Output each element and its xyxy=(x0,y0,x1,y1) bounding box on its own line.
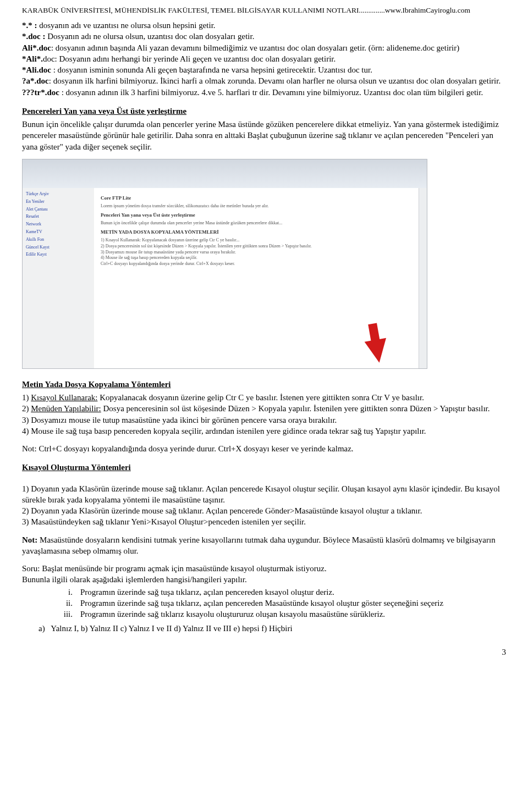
wildcard-block: *.* : dosyanın adı ve uzantısı ne olursa… xyxy=(22,20,506,98)
red-arrow-annotation xyxy=(365,338,391,364)
wc-3-pattern: Ali*.doc xyxy=(22,43,51,52)
question-roman-list: i.Programın üzerinde sağ tuşa tıklarız, … xyxy=(53,587,506,620)
heading-copy-methods: Metin Yada Dosya Kopyalama Yöntemleri xyxy=(22,379,506,390)
heading-windows-arrange: Pencereleri Yan yana veya Üst üste yerle… xyxy=(22,106,506,117)
wc-4-desc: doc: Dosyanın adını herhangi bir yerinde… xyxy=(43,54,336,63)
question-choices-text: Yalnız I, b) Yalnız II c) Yalnız I ve II… xyxy=(51,624,292,633)
shortcut-note-label: Not: xyxy=(22,535,37,544)
wc-7-desc: : dosyanın adının ilk 3 harfini bilmiyor… xyxy=(59,88,483,97)
shortcut-methods-list: 1) Doyanın yada Klasörün üzerinde mouse … xyxy=(22,483,506,528)
question-option-iii: Programın üzerinde sağ tıklarız kısayolu… xyxy=(80,609,385,620)
wc-5-pattern: *Ali.doc xyxy=(22,65,53,74)
shortcut-note: Not: Masaüstünde dosyaların kendisini tu… xyxy=(22,534,506,557)
shortcut-item-1: 1) Doyanın yada Klasörün üzerinde mouse … xyxy=(22,484,500,504)
question-choices: a) Yalnız I, b) Yalnız II c) Yalnız I ve… xyxy=(38,623,506,634)
wc-3-desc: : dosyanın adının başında Ali yazan deva… xyxy=(51,43,459,52)
copy-note: Not: Ctrl+C dosyayı kopyalandığında dosy… xyxy=(22,443,506,454)
question-line-1: Soru: Başlat menüsünde bir programı açma… xyxy=(22,564,327,573)
shortcut-note-body: Masaüstünde dosyaların kendisini tutmak … xyxy=(22,535,496,555)
copy-item-4: 4) Mouse ile sağ tuşa basıp pencereden k… xyxy=(22,427,426,435)
copy-item-2-label: Menüden Yapılabilir: xyxy=(31,404,101,413)
wc-6-desc: : dosyanın ilk harfini bilmiyoruz. İkinc… xyxy=(49,76,501,85)
question-option-i: Programın üzerinde sağ tuşa tıklarız, aç… xyxy=(80,587,334,598)
wc-7-pattern: ???tr*.doc xyxy=(22,88,59,97)
embedded-screenshot: Türkçe ArşivEn YenilerAlet ÇantasıResafe… xyxy=(22,159,427,369)
question-intro: Soru: Başlat menüsünde bir programı açma… xyxy=(22,563,506,585)
question-option-ii: Programın üzerinde sağ tuşa tıklarız, aç… xyxy=(80,598,443,609)
heading-shortcut-methods: Kısayol Oluşturma Yöntemleri xyxy=(22,462,506,473)
shortcut-item-2: 2) Doyanın yada Klasörün üzerinde mouse … xyxy=(22,506,422,515)
wc-6-pattern: ?a*.doc xyxy=(22,76,49,85)
page-number: 3 xyxy=(22,647,506,658)
question-line-2: Bununla ilgili olarak aşağıdaki işlemler… xyxy=(22,575,247,584)
page-header: KARABÜK ÜNİVERSİTESİ, MÜHENDİSLİK FAKÜLT… xyxy=(22,0,506,20)
wc-2-pattern: *.doc : xyxy=(22,32,46,41)
copy-methods-list: 1) Kısayol Kullanarak: Kopyalanacak dosy… xyxy=(22,392,506,437)
wc-1-pattern: *.* : xyxy=(22,21,37,30)
wc-4-pattern: *Ali*. xyxy=(22,54,43,63)
wc-5-desc: : dosyanın isminin sonunda Ali geçen baş… xyxy=(53,65,372,74)
copy-item-2-text: Dosya penceresinin sol üst köşesinde Düz… xyxy=(101,404,490,413)
windows-arrange-body: Bunun için öncelikle çalışır durumda ola… xyxy=(22,119,506,152)
shortcut-item-3: 3) Masaüstündeyken sağ tıklanır Yeni>Kıs… xyxy=(22,517,306,526)
copy-item-3: 3) Dosyamızı mouse ile tutup masaüstüne … xyxy=(22,416,337,424)
wc-2-desc: Dosyanın adı ne olursa olsun, uzantısı d… xyxy=(46,32,255,41)
wc-1-desc: dosyanın adı ve uzantısı ne olursa olsun… xyxy=(37,21,216,30)
copy-item-1-text: Kopyalanacak dosyanın üzerine gelip Ctr … xyxy=(97,393,424,402)
copy-item-1-label: Kısayol Kullanarak: xyxy=(31,393,97,402)
